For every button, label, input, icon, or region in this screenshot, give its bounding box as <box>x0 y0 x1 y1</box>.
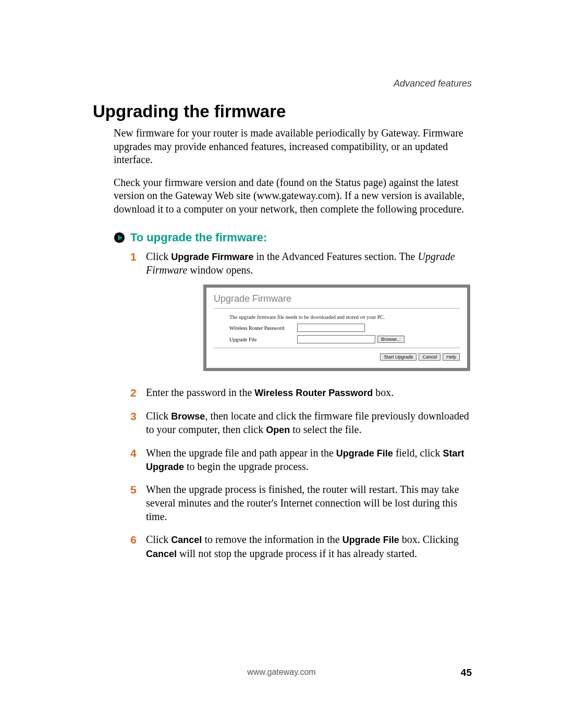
footer: www.gateway.com <box>0 668 563 677</box>
upgrade-file-bold-2: Upgrade File <box>342 535 399 545</box>
upgrade-file-bold: Upgrade File <box>336 448 393 459</box>
step-1-text-a: Click <box>146 251 171 262</box>
step-4-text-a: When the upgrade file and path appear in… <box>146 447 336 459</box>
procedure-header: To upgrade the firmware: <box>114 231 472 244</box>
page-number: 45 <box>461 667 472 678</box>
window-description: The upgrade firmware file needs to be do… <box>229 314 460 320</box>
cancel-bold-1: Cancel <box>171 535 202 545</box>
browse-bold: Browse <box>171 411 205 422</box>
play-icon <box>114 232 125 243</box>
step-3-text-a: Click <box>146 410 171 422</box>
running-header: Advanced features <box>394 78 472 89</box>
steps-list: Click Upgrade Firmware in the Advanced F… <box>130 250 472 561</box>
step-4-text-e: to begin the upgrade process. <box>184 461 309 472</box>
window-title: Upgrade Firmware <box>214 293 460 305</box>
step-6: Click Cancel to remove the information i… <box>130 533 472 560</box>
embedded-screenshot: Upgrade Firmware The upgrade firmware fi… <box>203 285 472 371</box>
button-row: Start Upgrade Cancel Help <box>214 353 460 361</box>
start-upgrade-button[interactable]: Start Upgrade <box>380 353 417 361</box>
step-6-text-c: to remove the information in the <box>202 534 342 545</box>
step-6-text-e: box. Clicking <box>399 534 459 545</box>
file-row: Upgrade File Browse... <box>229 335 460 343</box>
manual-page: Advanced features Upgrading the firmware… <box>0 0 563 728</box>
procedure-title: To upgrade the firmware: <box>130 231 267 244</box>
footer-url: www.gateway.com <box>247 668 315 676</box>
browse-button[interactable]: Browse... <box>377 336 405 343</box>
step-1-text-e: window opens. <box>187 264 253 276</box>
step-1: Click Upgrade Firmware in the Advanced F… <box>130 250 472 372</box>
cancel-button[interactable]: Cancel <box>419 353 440 361</box>
file-input[interactable] <box>297 335 375 343</box>
open-bold: Open <box>266 425 290 435</box>
step-2-text-a: Enter the password in the <box>146 387 254 398</box>
step-6-text-g: will not stop the upgrade process if it … <box>177 548 417 559</box>
cancel-bold-2: Cancel <box>146 549 177 559</box>
step-2-text-c: box. <box>373 387 394 398</box>
intro-paragraph-2: Check your firmware version and date (fo… <box>114 176 472 216</box>
page-title: Upgrading the firmware <box>93 102 472 121</box>
step-5-text: When the upgrade process is finished, th… <box>146 484 459 522</box>
step-3-text-e: to select the file. <box>290 424 361 435</box>
step-2: Enter the password in the Wireless Route… <box>130 386 472 399</box>
password-input[interactable] <box>297 324 365 332</box>
password-label: Wireless Router Password <box>229 325 297 331</box>
intro-paragraph-1: New firmware for your router is made ava… <box>114 127 472 167</box>
help-button[interactable]: Help <box>443 353 460 361</box>
wireless-router-password-bold: Wireless Router Password <box>254 388 373 398</box>
upgrade-firmware-bold: Upgrade Firmware <box>171 252 253 262</box>
step-6-text-a: Click <box>146 534 171 545</box>
step-1-text-c: in the Advanced Features section. The <box>253 251 418 262</box>
file-label: Upgrade File <box>229 336 297 343</box>
step-4: When the upgrade file and path appear in… <box>130 446 472 474</box>
step-3: Click Browse, then locate and click the … <box>130 409 472 437</box>
step-5: When the upgrade process is finished, th… <box>130 483 472 523</box>
password-row: Wireless Router Password <box>229 324 460 332</box>
step-4-text-c: field, click <box>393 447 443 459</box>
